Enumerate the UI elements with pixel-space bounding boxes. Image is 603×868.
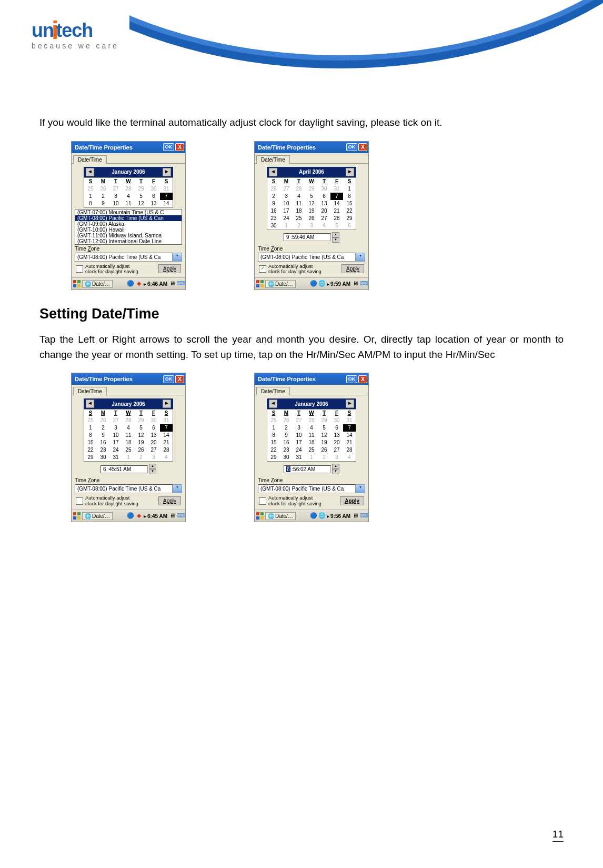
dst-checkbox[interactable]: [76, 265, 83, 273]
keyboard-icon[interactable]: ⌨: [360, 512, 367, 520]
calendar-day[interactable]: 1: [305, 454, 318, 461]
taskbar-clock[interactable]: 6:46 AM: [147, 281, 167, 287]
calendar-day[interactable]: 29: [305, 185, 318, 193]
calendar-day[interactable]: 25: [122, 446, 135, 454]
calendar-day[interactable]: 18: [305, 439, 318, 446]
dst-checkbox-row[interactable]: Automatically adjust clock for daylight …: [76, 495, 138, 506]
calendar-day[interactable]: 14: [160, 432, 173, 439]
next-month-button[interactable]: ►: [346, 168, 354, 176]
calendar-day[interactable]: 30: [280, 454, 293, 461]
keyboard-icon[interactable]: ⌨: [177, 280, 184, 287]
prev-month-button[interactable]: ◄: [269, 400, 277, 408]
calendar-day[interactable]: 5: [318, 424, 330, 432]
calendar-day[interactable]: 10: [280, 200, 293, 207]
calendar-day[interactable]: 26: [280, 417, 293, 424]
calendar-day[interactable]: 25: [84, 185, 97, 193]
calendar-day[interactable]: 31: [160, 417, 173, 424]
calendar-day[interactable]: 27: [318, 215, 330, 222]
calendar-day[interactable]: 13: [318, 200, 330, 207]
spin-down[interactable]: ▼: [149, 469, 156, 474]
calendar-day[interactable]: 29: [135, 185, 147, 193]
calendar-day[interactable]: 27: [109, 185, 122, 193]
calendar-day[interactable]: 28: [305, 417, 318, 424]
tray-expand-icon[interactable]: ▸: [327, 281, 329, 287]
dst-checkbox[interactable]: ✓: [259, 265, 266, 273]
calendar-day[interactable]: 25: [293, 215, 305, 222]
calendar-day[interactable]: 1: [343, 185, 356, 193]
timezone-option[interactable]: (GMT-08:00) Pacific Time (US & Can: [75, 215, 182, 221]
desktop-icon[interactable]: 🖥: [351, 512, 359, 520]
month-label[interactable]: January 2006: [112, 401, 145, 407]
tray-icon[interactable]: 🔵: [310, 512, 317, 520]
tray-expand-icon[interactable]: ▸: [144, 513, 146, 519]
calendar-day[interactable]: 29: [318, 417, 330, 424]
calendar-day[interactable]: 19: [318, 439, 330, 446]
calendar-day[interactable]: 28: [160, 446, 173, 454]
calendar-day[interactable]: 7: [160, 424, 173, 432]
apply-button[interactable]: Apply: [158, 496, 181, 505]
calendar-day[interactable]: 18: [122, 439, 135, 446]
calendar-day[interactable]: 12: [135, 200, 147, 207]
time-spinner[interactable]: ▲▼: [149, 464, 156, 474]
calendar-day[interactable]: 30: [97, 454, 109, 461]
calendar-day[interactable]: 2: [267, 193, 280, 200]
calendar-day[interactable]: 4: [160, 454, 173, 461]
calendar-day[interactable]: 20: [147, 439, 160, 446]
time-input[interactable]: 6 :56:02 AM: [284, 465, 331, 473]
ok-button[interactable]: OK: [163, 143, 175, 151]
calendar-day[interactable]: 4: [122, 424, 135, 432]
ok-button[interactable]: OK: [346, 143, 358, 151]
tab-datetime[interactable]: Date/Time: [256, 155, 290, 164]
calendar-day[interactable]: 28: [122, 417, 135, 424]
calendar-day[interactable]: 14: [330, 200, 343, 207]
calendar-day[interactable]: 17: [109, 439, 122, 446]
calendar-day[interactable]: 3: [147, 454, 160, 461]
next-month-button[interactable]: ►: [163, 400, 171, 408]
calendar-day[interactable]: 22: [267, 446, 280, 454]
calendar-day[interactable]: 27: [293, 417, 305, 424]
close-button[interactable]: X: [175, 143, 184, 151]
close-button[interactable]: X: [358, 143, 367, 151]
tray-icon[interactable]: ◆: [135, 512, 143, 520]
calendar-day[interactable]: 4: [293, 193, 305, 200]
calendar-day[interactable]: 1: [84, 193, 97, 200]
timezone-dropdown[interactable]: (GMT-08:00) Pacific Time (US & Ca▾: [258, 253, 365, 262]
calendar-day[interactable]: 11: [122, 200, 135, 207]
calendar-day[interactable]: 15: [267, 439, 280, 446]
calendar-day[interactable]: 6: [147, 424, 160, 432]
calendar-day[interactable]: 17: [293, 439, 305, 446]
calendar-day[interactable]: 31: [343, 417, 356, 424]
calendar-day[interactable]: 23: [267, 215, 280, 222]
apply-button[interactable]: Apply: [158, 264, 181, 273]
time-spinner[interactable]: ▲▼: [332, 464, 339, 474]
calendar-day[interactable]: 26: [135, 446, 147, 454]
tab-datetime[interactable]: Date/Time: [73, 387, 107, 395]
calendar-day[interactable]: 11: [293, 200, 305, 207]
calendar-day[interactable]: 9: [280, 432, 293, 439]
tray-icon[interactable]: 🌐: [318, 512, 326, 520]
time-input[interactable]: 6 :45:51 AM: [100, 465, 148, 473]
calendar-day[interactable]: 26: [318, 446, 330, 454]
calendar-day[interactable]: 20: [318, 207, 330, 215]
calendar-day[interactable]: 7: [160, 193, 173, 200]
calendar-day[interactable]: 9: [267, 200, 280, 207]
calendar-day[interactable]: 8: [343, 193, 356, 200]
keyboard-icon[interactable]: ⌨: [360, 280, 367, 287]
calendar-day[interactable]: 1: [280, 222, 293, 230]
tray-icon[interactable]: ◆: [135, 280, 143, 287]
calendar-day[interactable]: 6: [147, 193, 160, 200]
calendar-day[interactable]: 4: [122, 193, 135, 200]
calendar-day[interactable]: 7: [330, 193, 343, 200]
calendar-day[interactable]: 5: [135, 424, 147, 432]
calendar-day[interactable]: 27: [280, 185, 293, 193]
taskbar-clock[interactable]: 6:45 AM: [147, 513, 167, 519]
timezone-dropdown[interactable]: (GMT-08:00) Pacific Time (US & Ca▾: [75, 484, 182, 493]
calendar-day[interactable]: 7: [343, 424, 356, 432]
calendar-day[interactable]: 3: [109, 424, 122, 432]
desktop-icon[interactable]: 🖥: [168, 512, 176, 520]
calendar-day[interactable]: 30: [147, 417, 160, 424]
calendar-day[interactable]: 26: [97, 185, 109, 193]
calendar-day[interactable]: 23: [97, 446, 109, 454]
spin-up[interactable]: ▲: [332, 464, 339, 469]
calendar-day[interactable]: 30: [318, 185, 330, 193]
